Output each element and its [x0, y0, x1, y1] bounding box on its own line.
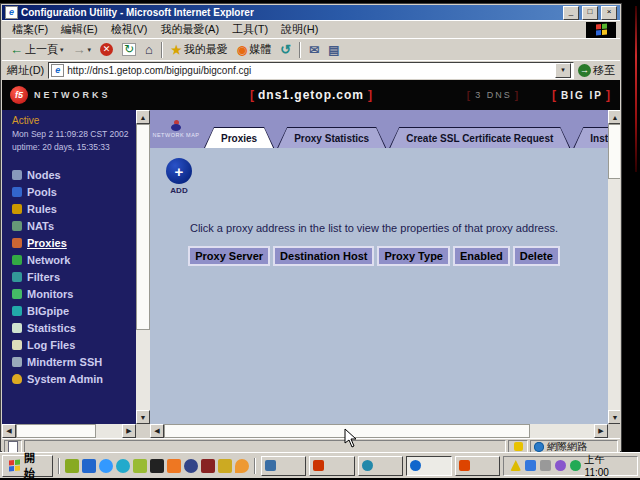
taskbar-window-button[interactable] [358, 456, 404, 476]
sidebar-item-nats[interactable]: NATs [12, 217, 136, 234]
menu-edit[interactable]: 編輯(E) [55, 21, 104, 38]
home-button[interactable]: ⌂ [142, 41, 156, 58]
menu-tools[interactable]: 工具(T) [226, 21, 274, 38]
quick-launch-icon[interactable] [150, 459, 164, 473]
tab-create-ssl-certificate-request[interactable]: Create SSL Certificate Request [389, 127, 570, 148]
scrollbar-thumb[interactable] [608, 124, 620, 179]
nodes-icon [12, 170, 22, 180]
quick-launch-icon[interactable] [201, 459, 215, 473]
scroll-left-icon[interactable]: ◀ [2, 424, 16, 438]
tab-install-ssl-certificate[interactable]: Install SSL Certifi [573, 127, 608, 148]
scrollbar-track[interactable] [16, 424, 122, 438]
quick-launch-icon[interactable] [167, 459, 181, 473]
product-bigip: [ BIG IP ] [552, 88, 612, 102]
address-dropdown-button[interactable]: ▾ [555, 63, 571, 78]
tab-label: Create SSL Certificate Request [390, 128, 569, 148]
forward-button[interactable]: → ▾ [70, 41, 95, 58]
quick-launch-icon[interactable] [133, 459, 147, 473]
print-button[interactable]: ▤ [325, 42, 342, 58]
main-vertical-scrollbar[interactable]: ▲ ▼ [608, 110, 620, 424]
sidebar-item-filters[interactable]: Filters [12, 268, 136, 285]
taskbar-separator [254, 458, 256, 474]
menu-help[interactable]: 說明(H) [275, 21, 324, 38]
back-dropdown-icon[interactable]: ▾ [60, 46, 64, 54]
bracket-left: [ [552, 88, 558, 102]
scroll-up-icon[interactable]: ▲ [608, 110, 620, 124]
sidebar-item-statistics[interactable]: Statistics [12, 319, 136, 336]
back-label: 上一頁 [25, 42, 58, 57]
forward-dropdown-icon[interactable]: ▾ [88, 46, 92, 54]
quick-launch-icon[interactable] [99, 459, 113, 473]
back-button[interactable]: ← 上一頁 ▾ [7, 41, 67, 58]
back-icon: ← [10, 42, 23, 57]
scroll-right-icon[interactable]: ▶ [122, 424, 136, 438]
sidebar-item-mindterm-ssh[interactable]: Mindterm SSH [12, 353, 136, 370]
tab-proxies[interactable]: Proxies [204, 127, 274, 148]
refresh-icon: ↻ [122, 43, 136, 56]
tray-icon[interactable] [510, 460, 521, 471]
sidebar-item-nodes[interactable]: Nodes [12, 166, 136, 183]
sidebar-item-proxies[interactable]: Proxies [12, 234, 136, 251]
quick-launch-icon[interactable] [82, 459, 96, 473]
media-button[interactable]: ◉ 媒體 [234, 41, 274, 58]
sidebar-item-system-admin[interactable]: System Admin [12, 370, 136, 387]
scrollbar-track[interactable] [608, 124, 620, 410]
history-button[interactable]: ↺ [277, 41, 294, 58]
taskbar-window-button[interactable] [455, 456, 501, 476]
sidebar-item-monitors[interactable]: Monitors [12, 285, 136, 302]
sidebar-item-bigpipe[interactable]: BIGpipe [12, 302, 136, 319]
tray-icon[interactable] [570, 460, 581, 471]
history-icon: ↺ [280, 42, 291, 57]
quick-launch-icon[interactable] [218, 459, 232, 473]
sidebar-item-rules[interactable]: Rules [12, 200, 136, 217]
windows-flag-icon [596, 23, 607, 35]
tray-icon[interactable] [525, 460, 536, 471]
sidebar-item-log-files[interactable]: Log Files [12, 336, 136, 353]
go-button[interactable]: → 移至 [578, 63, 615, 78]
scroll-up-icon[interactable]: ▲ [136, 110, 150, 124]
product-3dns: [ 3 DNS ] [467, 90, 520, 101]
scroll-left-icon[interactable]: ◀ [150, 424, 164, 438]
scroll-down-icon[interactable]: ▼ [608, 410, 620, 424]
mail-button[interactable]: ✉ [306, 42, 322, 58]
menu-view[interactable]: 檢視(V) [105, 21, 154, 38]
refresh-button[interactable]: ↻ [119, 42, 139, 57]
tray-icon[interactable] [540, 460, 551, 471]
menu-favorites[interactable]: 我的最愛(A) [154, 21, 225, 38]
quick-launch-icon[interactable] [184, 459, 198, 473]
scrollbar-track[interactable] [136, 124, 150, 410]
maximize-button[interactable]: □ [582, 6, 598, 20]
network-map-button[interactable]: NETWORK MAP [154, 113, 198, 145]
scroll-right-icon[interactable]: ▶ [594, 424, 608, 438]
sidebar-item-label: BIGpipe [27, 305, 69, 317]
stop-button[interactable]: ✕ [97, 42, 116, 57]
add-proxy-button[interactable]: + ADD [162, 158, 196, 195]
sidebar-vertical-scrollbar[interactable]: ▲ ▼ [136, 110, 150, 424]
close-button[interactable]: × [601, 6, 617, 20]
scroll-down-icon[interactable]: ▼ [136, 410, 150, 424]
menu-file[interactable]: 檔案(F) [6, 21, 54, 38]
quick-launch-icon[interactable] [116, 459, 130, 473]
sidebar-item-label: Mindterm SSH [27, 356, 102, 368]
scrollbar-thumb[interactable] [136, 124, 150, 330]
task-window-icon [410, 460, 421, 471]
sidebar-horizontal-scrollbar[interactable]: ◀ ▶ [2, 424, 136, 438]
address-input[interactable]: e http://dns1.getop.com/bigipgui/bigconf… [48, 62, 574, 79]
main-horizontal-scrollbar[interactable]: ◀ ▶ [150, 424, 608, 438]
scrollbar-track[interactable] [164, 424, 594, 438]
sidebar-item-pools[interactable]: Pools [12, 183, 136, 200]
quick-launch-icon[interactable] [65, 459, 79, 473]
sidebar-item-network[interactable]: Network [12, 251, 136, 268]
minimize-button[interactable]: _ [563, 6, 579, 20]
taskbar-window-button-active[interactable] [406, 456, 452, 476]
tab-proxy-statistics[interactable]: Proxy Statistics [277, 127, 386, 148]
proxy-table-header-row: Proxy Server Destination Host Proxy Type… [150, 246, 598, 266]
tray-icon[interactable] [555, 460, 566, 471]
favorites-button[interactable]: ★ 我的最愛 [168, 41, 231, 58]
taskbar-window-button[interactable] [309, 456, 355, 476]
quick-launch-icon[interactable] [235, 459, 249, 473]
proxies-icon [12, 238, 22, 248]
taskbar-window-button[interactable] [261, 456, 307, 476]
scrollbar-thumb[interactable] [16, 424, 96, 438]
start-button[interactable]: 開始 [2, 455, 53, 477]
